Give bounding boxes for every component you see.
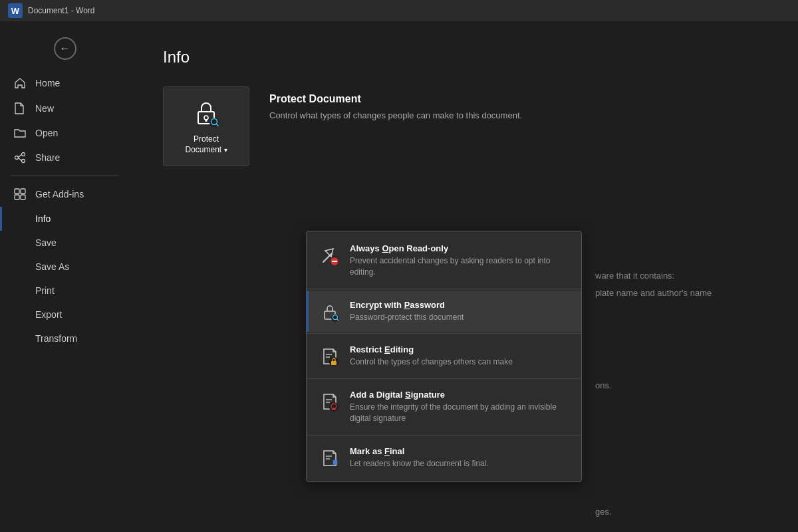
svg-point-1 <box>22 153 25 156</box>
info-text-partial-2: ons. <box>595 380 612 390</box>
dropdown-item-always-open-readonly[interactable]: Always Open Read-only Prevent accidental… <box>307 234 581 287</box>
digital-signature-text: Add a Digital Signature Ensure the integ… <box>350 390 571 424</box>
restrict-editing-desc: Control the types of changes others can … <box>350 356 571 368</box>
title-text: Document1 - Word <box>28 6 94 15</box>
sidebar: ← Home New <box>0 21 130 532</box>
get-add-ins-icon <box>14 188 27 200</box>
sidebar-item-info[interactable]: Info <box>0 207 130 231</box>
page-title: Info <box>163 48 765 66</box>
digital-signature-title: Add a Digital Signature <box>350 390 571 400</box>
protect-description-title: Protect Document <box>269 93 522 105</box>
dropdown-divider-3 <box>307 378 581 379</box>
home-icon <box>14 77 27 89</box>
sidebar-item-save[interactable]: Save <box>0 231 130 255</box>
svg-point-0 <box>15 156 19 160</box>
sidebar-item-new[interactable]: New <box>0 96 130 121</box>
app-layout: ← Home New <box>0 21 798 532</box>
sidebar-item-print-label: Print <box>35 285 55 296</box>
share-icon <box>14 152 27 164</box>
title-bar: W Document1 - Word <box>0 0 798 21</box>
svg-rect-3 <box>15 189 19 194</box>
always-open-readonly-icon <box>319 245 340 266</box>
sidebar-item-export-label: Export <box>35 309 62 320</box>
sidebar-divider <box>11 176 119 176</box>
protect-section: Protect Document ▾ Protect Document Cont… <box>163 86 765 166</box>
info-text-partial-3: ges. <box>595 507 612 517</box>
mark-final-icon <box>319 448 340 469</box>
dropdown-item-restrict-editing[interactable]: Restrict Editing Control the types of ch… <box>307 335 581 377</box>
svg-rect-9 <box>205 119 207 122</box>
new-icon <box>14 102 27 114</box>
sidebar-item-get-add-ins[interactable]: Get Add-ins <box>0 182 130 207</box>
sidebar-item-new-label: New <box>35 103 54 114</box>
info-text-partial: ware that it contains: plate name and au… <box>595 267 712 302</box>
protect-description: Protect Document Control what types of c… <box>269 86 522 120</box>
svg-rect-6 <box>21 195 25 200</box>
sidebar-item-print[interactable]: Print <box>0 279 130 303</box>
sidebar-item-share[interactable]: Share <box>0 145 130 170</box>
encrypt-password-icon <box>319 301 340 323</box>
back-button[interactable]: ← <box>54 37 76 60</box>
protect-chevron-icon: ▾ <box>224 146 227 154</box>
sidebar-item-home[interactable]: Home <box>0 70 130 96</box>
sidebar-item-get-add-ins-label: Get Add-ins <box>35 189 84 200</box>
sidebar-item-info-label: Info <box>35 213 51 224</box>
dropdown-item-mark-final[interactable]: Mark as Final Let readers know the docum… <box>307 437 581 479</box>
sidebar-item-export[interactable]: Export <box>0 303 130 327</box>
always-open-readonly-text: Always Open Read-only Prevent accidental… <box>350 243 571 278</box>
digital-signature-icon <box>319 391 340 412</box>
svg-rect-23 <box>331 361 336 365</box>
word-logo: W <box>8 3 23 18</box>
protect-document-dropdown: Always Open Read-only Prevent accidental… <box>306 231 582 482</box>
sidebar-item-share-label: Share <box>35 152 60 163</box>
sidebar-item-home-label: Home <box>35 78 60 88</box>
always-open-readonly-title: Always Open Read-only <box>350 243 571 253</box>
svg-rect-4 <box>21 189 25 194</box>
sidebar-item-transform-label: Transform <box>35 333 77 344</box>
back-button-container[interactable]: ← <box>0 27 130 70</box>
protect-document-label: Protect Document ▾ <box>185 134 227 155</box>
sidebar-item-save-as-label: Save As <box>35 261 69 272</box>
encrypt-password-desc: Password-protect this document <box>350 312 571 323</box>
encrypt-password-text: Encrypt with Password Password-protect t… <box>350 300 571 323</box>
back-icon: ← <box>60 43 70 55</box>
restrict-editing-icon <box>319 346 340 367</box>
sidebar-item-save-label: Save <box>35 237 57 248</box>
dropdown-item-digital-signature[interactable]: Add a Digital Signature Ensure the integ… <box>307 380 581 434</box>
open-icon <box>14 128 27 138</box>
restrict-editing-text: Restrict Editing Control the types of ch… <box>350 344 571 368</box>
sidebar-item-save-as[interactable]: Save As <box>0 255 130 279</box>
sidebar-item-transform[interactable]: Transform <box>0 327 130 350</box>
encrypt-password-title: Encrypt with Password <box>350 300 571 310</box>
protect-document-button[interactable]: Protect Document ▾ <box>163 86 249 166</box>
mark-final-text: Mark as Final Let readers know the docum… <box>350 446 571 469</box>
always-open-readonly-desc: Prevent accidental changes by asking rea… <box>350 255 571 278</box>
dropdown-divider-4 <box>307 435 581 436</box>
mark-final-title: Mark as Final <box>350 446 571 456</box>
dropdown-divider-2 <box>307 333 581 334</box>
dropdown-divider-1 <box>307 289 581 289</box>
sidebar-item-open-label: Open <box>35 128 58 138</box>
mark-final-desc: Let readers know the document is final. <box>350 458 571 469</box>
svg-point-2 <box>22 160 25 163</box>
svg-rect-5 <box>15 195 19 200</box>
restrict-editing-title: Restrict Editing <box>350 344 571 354</box>
protect-description-text: Control what types of changes people can… <box>269 110 522 120</box>
protect-document-icon <box>190 97 222 129</box>
main-content: Info Protect <box>130 21 798 532</box>
dropdown-item-encrypt-password[interactable]: Encrypt with Password Password-protect t… <box>307 291 581 332</box>
digital-signature-desc: Ensure the integrity of the document by … <box>350 402 571 424</box>
sidebar-item-open[interactable]: Open <box>0 121 130 145</box>
